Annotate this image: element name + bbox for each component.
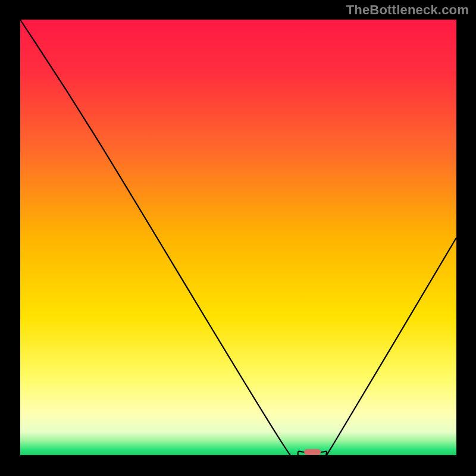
optimal-marker: [304, 449, 321, 455]
bottleneck-chart: [0, 0, 476, 476]
gradient-background: [20, 20, 456, 456]
chart-container: TheBottleneck.com: [0, 0, 476, 476]
watermark-text: TheBottleneck.com: [346, 2, 469, 18]
